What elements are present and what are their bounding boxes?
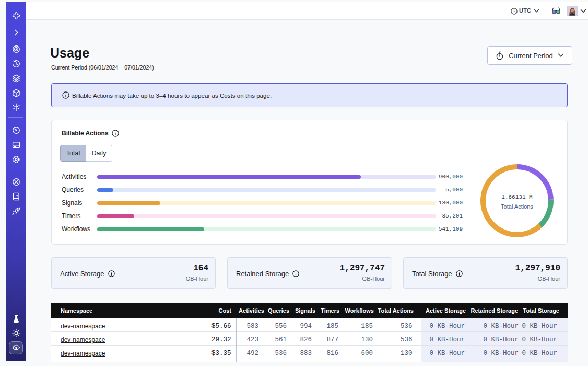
- svg-text:$: $: [15, 346, 17, 350]
